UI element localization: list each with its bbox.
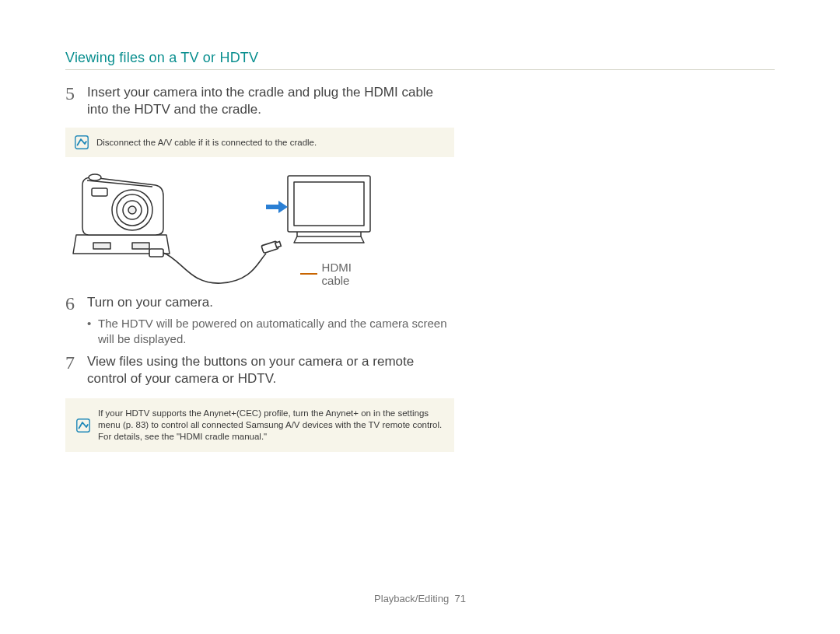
svg-rect-2 [132, 243, 149, 249]
step-5: 5 Insert your camera into the cradle and… [65, 84, 454, 118]
page-title: Viewing files on a TV or HDTV [65, 50, 775, 66]
step-body: Insert your camera into the cradle and p… [87, 84, 454, 118]
step-text: View files using the buttons on your cam… [87, 353, 454, 387]
step-number: 6 [65, 294, 87, 347]
step-body: View files using the buttons on your cam… [87, 353, 454, 387]
hdtv-icon [288, 176, 370, 243]
svg-rect-13 [266, 205, 278, 209]
step-6: 6 Turn on your camera. • The HDTV will b… [65, 294, 454, 347]
note-icon [76, 419, 90, 433]
step-number: 5 [65, 84, 87, 118]
step-body: Turn on your camera. • The HDTV will be … [87, 294, 454, 347]
connection-diagram: HDMI cable [65, 168, 376, 285]
note-icon [75, 135, 89, 149]
svg-rect-3 [92, 188, 107, 196]
note-box-2: If your HDTV supports the Anynet+(CEC) p… [65, 398, 454, 452]
step-text: Insert your camera into the cradle and p… [87, 84, 454, 118]
camera-on-cradle-icon [73, 174, 170, 254]
svg-rect-14 [149, 249, 163, 257]
bullet-dot-icon: • [87, 316, 98, 347]
arrow-icon [266, 201, 288, 213]
svg-rect-10 [294, 182, 364, 226]
step-sub: • The HDTV will be powered on automatica… [87, 316, 454, 347]
note-text: If your HDTV supports the Anynet+(CEC) p… [98, 408, 443, 443]
step-text: Turn on your camera. [87, 294, 454, 311]
hdmi-label: HDMI cable [322, 261, 376, 287]
step-number: 7 [65, 353, 87, 387]
step-sub-text: The HDTV will be powered on automaticall… [98, 316, 454, 347]
svg-point-7 [128, 206, 136, 214]
step-7: 7 View files using the buttons on your c… [65, 353, 454, 387]
svg-rect-1 [93, 243, 110, 249]
note-text: Disconnect the A/V cable if it is connec… [96, 137, 317, 148]
step-sub-bullet: • The HDTV will be powered on automatica… [87, 316, 454, 347]
footer-section: Playback/Editing [374, 593, 449, 604]
note-box-1: Disconnect the A/V cable if it is connec… [65, 128, 454, 157]
footer-page-number: 71 [454, 593, 465, 604]
title-divider [65, 69, 775, 70]
svg-rect-16 [275, 241, 282, 247]
hdmi-cable-icon [149, 240, 282, 284]
hdmi-marker-icon [300, 273, 317, 275]
manual-page: Viewing files on a TV or HDTV 5 Insert y… [0, 0, 840, 634]
hdmi-label-row: HDMI cable [300, 261, 376, 287]
main-content-column: 5 Insert your camera into the cradle and… [65, 84, 454, 452]
page-footer: Playback/Editing 71 [0, 593, 840, 604]
svg-point-8 [89, 174, 101, 180]
